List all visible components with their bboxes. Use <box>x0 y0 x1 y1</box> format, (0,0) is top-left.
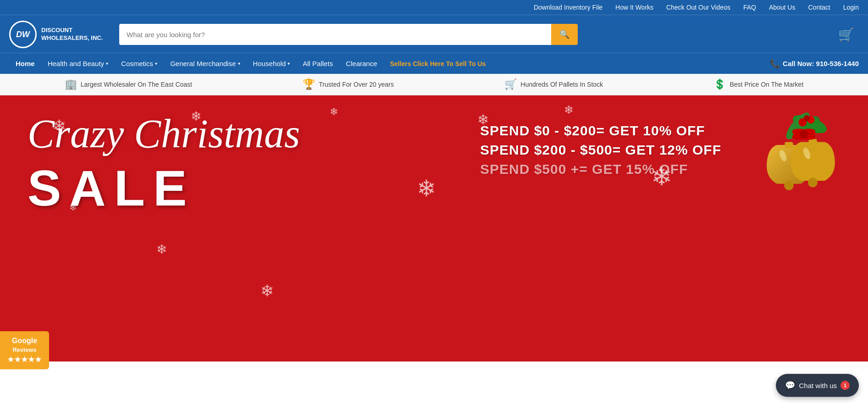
chevron-down-icon: ▾ <box>155 61 157 66</box>
google-label: Google <box>7 336 42 346</box>
login-link[interactable]: Login <box>843 4 859 11</box>
deal-line-3: SPEND $500 += GET 15% OFF <box>480 161 721 177</box>
star-rating: ★★★★★ <box>7 355 42 362</box>
search-input[interactable] <box>119 24 551 45</box>
cart-icon[interactable]: 🛒 <box>834 25 859 44</box>
deal-line-1: SPEND $0 - $200= GET 10% OFF <box>480 123 721 139</box>
nav-health-beauty[interactable]: Health and Beauty ▾ <box>41 53 115 74</box>
svg-rect-6 <box>785 142 793 148</box>
trophy-icon: 🏆 <box>303 78 315 90</box>
search-area: 🔍 <box>119 24 578 45</box>
logo-text: DISCOUNT WHOLESALERS, INC. <box>41 27 103 42</box>
phone-icon: 📞 <box>770 59 780 69</box>
snowflake-icon: ❄ <box>156 242 167 257</box>
pallet-icon: 🛒 <box>504 78 517 90</box>
nav-clearance[interactable]: Clearance <box>339 53 383 74</box>
chevron-down-icon: ▾ <box>106 61 108 66</box>
header: DW DISCOUNT WHOLESALERS, INC. 🔍 🛒 <box>0 15 868 53</box>
phone-number[interactable]: 📞 Call Now: 910-536-1440 <box>770 59 859 69</box>
bells-svg <box>744 105 863 233</box>
nav-home[interactable]: Home <box>9 53 41 74</box>
chevron-down-icon: ▾ <box>287 61 290 66</box>
nav-general-merch[interactable]: General Merchandise ▾ <box>164 53 246 74</box>
building-icon: 🏢 <box>65 78 77 90</box>
svg-point-7 <box>784 181 794 190</box>
nav-household[interactable]: Household ▾ <box>247 53 297 74</box>
chevron-down-icon: ▾ <box>238 61 240 66</box>
contact-link[interactable]: Contact <box>808 4 830 11</box>
logo-icon: DW <box>9 21 37 48</box>
trust-item-3: 🛒 Hundreds Of Pallets In Stock <box>504 78 603 90</box>
trust-item-1: 🏢 Largest Wholesaler On The East Coast <box>65 78 192 90</box>
reviews-label: Reviews <box>7 346 42 354</box>
search-icon: 🔍 <box>559 30 569 39</box>
trust-item-4: 💲 Best Price On The Market <box>713 78 803 90</box>
snowflake-icon: ❄ <box>260 282 274 300</box>
top-bar: Download Inventory File How It Works Che… <box>0 0 868 15</box>
how-it-works-link[interactable]: How It Works <box>615 4 653 11</box>
trust-item-2: 🏆 Trusted For Over 20 years <box>303 78 394 90</box>
google-reviews-badge[interactable]: Google Reviews ★★★★★ <box>0 331 49 362</box>
svg-rect-8 <box>808 139 817 145</box>
videos-link[interactable]: Check Out Our Videos <box>666 4 730 11</box>
nav-all-pallets[interactable]: All Pallets <box>296 53 339 74</box>
about-us-link[interactable]: About Us <box>769 4 796 11</box>
hero-deals: SPEND $0 - $200= GET 10% OFF SPEND $200 … <box>480 123 721 181</box>
sellers-cta[interactable]: Sellers Click Here To Sell To Us <box>384 54 492 74</box>
logo-area[interactable]: DW DISCOUNT WHOLESALERS, INC. <box>9 21 110 48</box>
faq-link[interactable]: FAQ <box>743 4 756 11</box>
nav-cosmetics[interactable]: Cosmetics ▾ <box>115 53 164 74</box>
download-inventory-link[interactable]: Download Inventory File <box>534 4 603 11</box>
deal-line-2: SPEND $200 - $500= GET 12% OFF <box>480 142 721 158</box>
nav-bar: Home Health and Beauty ▾ Cosmetics ▾ Gen… <box>0 53 868 74</box>
svg-point-9 <box>808 178 818 188</box>
search-button[interactable]: 🔍 <box>551 24 578 45</box>
svg-point-12 <box>800 130 808 139</box>
svg-point-5 <box>804 115 810 121</box>
trust-bar: 🏢 Largest Wholesaler On The East Coast 🏆… <box>0 74 868 95</box>
hero-banner: ❄ ❄ ❄ ❄ ❄ ❄ ❄ ❄ ❄ ❄ Crazy Christmas SALE… <box>0 95 868 362</box>
bells-decoration <box>740 95 868 242</box>
percent-icon: 💲 <box>713 78 726 90</box>
